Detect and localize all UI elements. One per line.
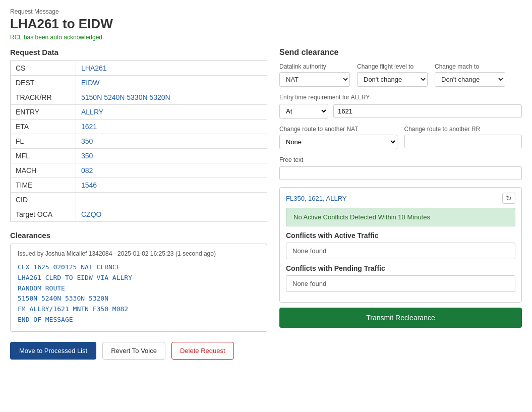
mach-select[interactable]: Don't change <box>435 72 505 87</box>
flight-level-group: Change flight level to Don't change <box>357 63 428 87</box>
pending-traffic-none: None found <box>286 275 515 292</box>
send-clearance-title: Send clearance <box>279 48 522 57</box>
page-title: LHA261 to EIDW <box>10 16 522 32</box>
nat-route-label: Change route to another NAT <box>279 126 397 133</box>
clearances-title: Clearances <box>10 231 267 240</box>
active-traffic-none: None found <box>286 243 515 259</box>
free-text-section: Free text <box>279 156 522 180</box>
clearance-line: RANDOM ROUTE <box>18 283 260 294</box>
free-text-input[interactable] <box>279 166 522 180</box>
row-value: CZQO <box>76 207 267 222</box>
row-label: CID <box>11 193 76 207</box>
table-row: ENTRYALLRY <box>11 105 267 120</box>
row-value: 5150N 5240N 5330N 5320N <box>76 90 267 105</box>
row-label: FL <box>11 134 76 149</box>
move-to-processed-button[interactable]: Move to Processed List <box>10 342 96 360</box>
row-value: 082 <box>76 163 267 178</box>
entry-time-section: Entry time requirement for ALLRY At Befo… <box>279 94 522 119</box>
table-row: TIME1546 <box>11 178 267 193</box>
free-text-label: Free text <box>279 156 522 163</box>
clearance-issued-by: Issued by Joshua Micallef 1342084 - 2025… <box>18 250 260 257</box>
pending-traffic-title: Conflicts with Pending Traffic <box>286 264 515 272</box>
row-label: ETA <box>11 120 76 134</box>
clearance-line: 5150N 5240N 5330N 5320N <box>18 293 260 304</box>
pending-traffic-section: Conflicts with Pending Traffic None foun… <box>286 264 515 292</box>
clearance-box: Issued by Joshua Micallef 1342084 - 2025… <box>10 244 267 332</box>
table-row: TRACK/RR5150N 5240N 5330N 5320N <box>11 90 267 105</box>
flight-level-select[interactable]: Don't change <box>357 72 428 87</box>
datalink-authority-group: Datalink authority NAT <box>279 63 350 87</box>
conflict-panel-title: FL350, 1621, ALLRY <box>286 195 346 202</box>
rr-route-input[interactable] <box>404 135 522 148</box>
dropdowns-row: Datalink authority NAT Change flight lev… <box>279 63 522 87</box>
table-row: FL350 <box>11 134 267 149</box>
entry-time-input[interactable] <box>333 104 522 118</box>
transmit-reclearance-button[interactable]: Transmit Reclearance <box>279 308 522 328</box>
mach-label: Change mach to <box>435 63 505 70</box>
row-value: EIDW <box>76 76 267 90</box>
row-value: ALLRY <box>76 105 267 120</box>
clearance-line: LHA261 CLRD TO EIDW VIA ALLRY <box>18 273 260 283</box>
revert-to-voice-button[interactable]: Revert To Voice <box>102 342 165 360</box>
request-data-table: CSLHA261DESTEIDWTRACK/RR5150N 5240N 5330… <box>10 61 267 222</box>
row-label: Target OCA <box>11 207 76 222</box>
nat-route-select[interactable]: None <box>279 135 397 149</box>
page-subtitle: Request Message <box>10 8 522 15</box>
row-value: LHA261 <box>76 61 267 76</box>
row-label: MACH <box>11 163 76 178</box>
table-row: MFL350 <box>11 149 267 163</box>
no-conflict-banner: No Active Conflicts Detected Within 10 M… <box>286 208 515 226</box>
row-value <box>76 193 267 207</box>
nat-route-group: Change route to another NAT None <box>279 126 397 149</box>
row-value: 350 <box>76 149 267 163</box>
table-row: CID <box>11 193 267 207</box>
route-row: Change route to another NAT None Change … <box>279 126 522 149</box>
auto-ack-message: RCL has been auto acknowledged. <box>10 34 522 41</box>
datalink-authority-label: Datalink authority <box>279 63 350 70</box>
table-row: CSLHA261 <box>11 61 267 76</box>
flight-level-label: Change flight level to <box>357 63 428 70</box>
mach-group: Change mach to Don't change <box>435 63 505 87</box>
table-row: Target OCACZQO <box>11 207 267 222</box>
rr-route-label: Change route to another RR <box>404 126 522 133</box>
datalink-authority-select[interactable]: NAT <box>279 72 350 87</box>
delete-request-button[interactable]: Delete Request <box>171 342 234 360</box>
table-row: ETA1621 <box>11 120 267 134</box>
table-row: MACH082 <box>11 163 267 178</box>
row-label: CS <box>11 61 76 76</box>
row-label: TRACK/RR <box>11 90 76 105</box>
entry-time-label: Entry time requirement for ALLRY <box>279 94 522 101</box>
rr-route-group: Change route to another RR <box>404 126 522 149</box>
conflict-panel: FL350, 1621, ALLRY ↻ No Active Conflicts… <box>279 187 522 303</box>
clearance-line: CLX 1625 020125 NAT CLRNCE <box>18 262 260 273</box>
conflict-panel-header: FL350, 1621, ALLRY ↻ <box>286 193 515 204</box>
entry-time-at-select[interactable]: At Before After <box>279 104 328 119</box>
row-value: 1546 <box>76 178 267 193</box>
bottom-actions: Move to Processed List Revert To Voice D… <box>10 342 267 360</box>
clearance-line: FM ALLRY/1621 MNTN F350 M082 <box>18 304 260 315</box>
row-label: DEST <box>11 76 76 90</box>
row-label: ENTRY <box>11 105 76 120</box>
row-value: 350 <box>76 134 267 149</box>
table-row: DESTEIDW <box>11 76 267 90</box>
active-traffic-section: Conflicts with Active Traffic None found <box>286 231 515 259</box>
active-traffic-title: Conflicts with Active Traffic <box>286 231 515 240</box>
clearance-line: END OF MESSAGE <box>18 315 260 325</box>
row-value: 1621 <box>76 120 267 134</box>
request-data-title: Request Data <box>10 48 267 56</box>
row-label: MFL <box>11 149 76 163</box>
refresh-button[interactable]: ↻ <box>502 193 515 204</box>
row-label: TIME <box>11 178 76 193</box>
clearance-text: CLX 1625 020125 NAT CLRNCELHA261 CLRD TO… <box>18 262 260 325</box>
